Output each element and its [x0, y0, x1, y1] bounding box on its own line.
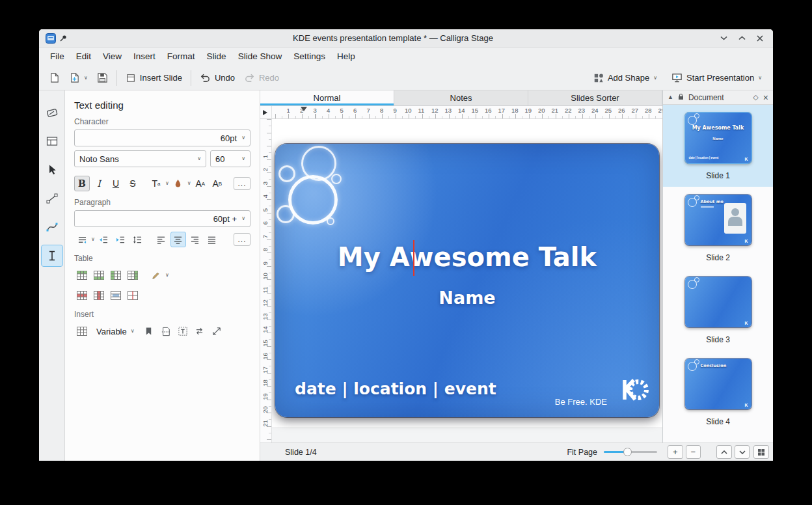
- delete-column-button[interactable]: [91, 288, 107, 303]
- slide-thumbnail-item[interactable]: ConclusionKSlide 4: [663, 351, 773, 433]
- docker-close-icon[interactable]: ×: [763, 93, 768, 102]
- insert-bookmark-button[interactable]: [141, 323, 157, 339]
- chevron-down-icon[interactable]: ∨: [165, 181, 169, 186]
- menu-item-settings[interactable]: Settings: [288, 48, 331, 65]
- align-left-button[interactable]: [154, 232, 169, 247]
- menu-item-file[interactable]: File: [44, 48, 70, 65]
- insert-column-right-button[interactable]: [125, 267, 141, 283]
- insert-row-above-button[interactable]: [74, 267, 90, 283]
- new-document-button[interactable]: [44, 68, 64, 88]
- view-mode-button[interactable]: [753, 445, 769, 459]
- slide-thumbnail-item[interactable]: KSlide 3: [663, 269, 773, 351]
- indent-more-button[interactable]: [113, 232, 129, 247]
- path-tool-button[interactable]: [42, 217, 62, 238]
- move-slide-down-button[interactable]: [735, 445, 750, 459]
- menu-item-format[interactable]: Format: [161, 48, 201, 65]
- float-icon[interactable]: ◇: [753, 94, 758, 101]
- paragraph-style-combo[interactable]: 60pt + ∨: [74, 210, 250, 227]
- shape-tool-button[interactable]: [42, 102, 62, 123]
- character-style-combo[interactable]: 60pt ∨: [74, 130, 250, 146]
- merge-cells-button[interactable]: [108, 288, 124, 303]
- redo-button[interactable]: Redo: [239, 68, 284, 88]
- maximize-button[interactable]: [733, 31, 751, 46]
- zoom-slider[interactable]: [604, 447, 657, 457]
- insert-table-button[interactable]: [74, 323, 90, 339]
- subscript-button[interactable]: AB: [210, 176, 225, 191]
- superscript-button[interactable]: AA: [193, 176, 208, 191]
- slide-footer-text[interactable]: date | location | event: [295, 379, 496, 398]
- slide-thumbnail[interactable]: About meK: [685, 195, 751, 245]
- remove-slide-button[interactable]: −: [686, 445, 701, 459]
- bold-button[interactable]: B: [74, 176, 90, 191]
- table-borders-pen-button[interactable]: [148, 267, 164, 283]
- menu-item-slide[interactable]: Slide: [201, 48, 232, 65]
- slide-layout-tool-button[interactable]: [42, 131, 62, 152]
- insert-page-break-button[interactable]: [158, 323, 174, 339]
- variable-button[interactable]: Variable ∨: [91, 323, 140, 339]
- collapse-icon[interactable]: ▲: [668, 94, 673, 100]
- menu-item-edit[interactable]: Edit: [70, 48, 97, 65]
- slide-thumbnail-item[interactable]: My Awesome TalkNamedate | location | eve…: [663, 105, 773, 187]
- start-presentation-button[interactable]: Start Presentation ∨: [667, 68, 766, 88]
- slide-canvas[interactable]: My Awesome Talk Name date | location | e…: [275, 144, 659, 417]
- connector-tool-button[interactable]: [42, 188, 62, 209]
- split-cells-button[interactable]: [125, 288, 141, 303]
- slide-subtitle-text[interactable]: Name: [275, 287, 659, 309]
- tab-slides-sorter[interactable]: Slides Sorter: [528, 90, 662, 105]
- slide-thumbnail-item[interactable]: About meKSlide 2: [663, 187, 773, 269]
- align-justify-button[interactable]: [204, 232, 220, 247]
- paragraph-more-button[interactable]: ...: [234, 233, 250, 246]
- insert-slide-button[interactable]: Insert Slide: [121, 68, 187, 88]
- text-tool-button[interactable]: [42, 245, 62, 266]
- text-direction-button[interactable]: [74, 232, 90, 247]
- save-button[interactable]: [92, 68, 113, 88]
- open-document-button[interactable]: ∨: [64, 68, 92, 88]
- font-size-combo[interactable]: 60 ∨: [210, 150, 250, 167]
- undo-button[interactable]: Undo: [195, 68, 239, 88]
- vertical-ruler[interactable]: 123456789101112131415161718192021: [260, 119, 272, 443]
- slide-thumbnail[interactable]: ConclusionK: [685, 359, 751, 409]
- menu-item-insert[interactable]: Insert: [128, 48, 161, 65]
- tab-normal[interactable]: Normal: [260, 90, 394, 105]
- pin-icon[interactable]: [59, 34, 68, 43]
- chevron-down-icon[interactable]: ∨: [187, 181, 191, 186]
- add-shape-button[interactable]: Add Shape ∨: [589, 68, 662, 88]
- insert-text-frame-button[interactable]: [175, 323, 191, 339]
- ruler-corner[interactable]: [260, 106, 272, 119]
- italic-button[interactable]: I: [91, 176, 107, 191]
- zoom-slider-handle[interactable]: [623, 448, 632, 456]
- delete-row-button[interactable]: [74, 288, 90, 303]
- tab-notes[interactable]: Notes: [394, 90, 528, 105]
- slide-thumbnail[interactable]: My Awesome TalkNamedate | location | eve…: [685, 113, 751, 163]
- autoresize-button[interactable]: [209, 323, 224, 339]
- font-family-combo[interactable]: Noto Sans ∨: [74, 150, 206, 167]
- chevron-down-icon[interactable]: ∨: [165, 273, 169, 278]
- menu-item-help[interactable]: Help: [331, 48, 361, 65]
- strikethrough-button[interactable]: S: [125, 176, 141, 191]
- change-case-button[interactable]: Ta: [148, 176, 164, 191]
- text-color-button[interactable]: [170, 176, 186, 191]
- menu-item-slide-show[interactable]: Slide Show: [232, 48, 288, 65]
- close-button[interactable]: [751, 31, 769, 46]
- align-center-button[interactable]: [170, 232, 186, 247]
- canvas[interactable]: My Awesome Talk Name date | location | e…: [272, 119, 662, 443]
- insert-column-left-button[interactable]: [108, 267, 124, 283]
- horizontal-ruler[interactable]: 1234567891011121314151617181920212223242…: [272, 106, 662, 119]
- move-slide-up-button[interactable]: [716, 445, 732, 459]
- chevron-down-icon[interactable]: ∨: [91, 237, 95, 242]
- slide-thumbnail[interactable]: K: [685, 277, 751, 327]
- pointer-tool-button[interactable]: [42, 159, 62, 180]
- insert-row-below-button[interactable]: [91, 267, 107, 283]
- character-more-button[interactable]: ...: [234, 177, 250, 190]
- zoom-mode-label[interactable]: Fit Page: [567, 448, 597, 457]
- minimize-button[interactable]: [714, 31, 733, 46]
- slide-title-text[interactable]: My Awesome Talk: [275, 239, 659, 275]
- lock-icon[interactable]: [678, 93, 684, 102]
- menu-item-view[interactable]: View: [97, 48, 128, 65]
- underline-button[interactable]: U: [108, 176, 124, 191]
- add-slide-button[interactable]: +: [668, 445, 683, 459]
- insert-section-button[interactable]: [192, 323, 208, 339]
- align-right-button[interactable]: [187, 232, 203, 247]
- indent-less-button[interactable]: [96, 232, 112, 247]
- titlebar[interactable]: KDE events presentation template * — Cal…: [39, 29, 773, 48]
